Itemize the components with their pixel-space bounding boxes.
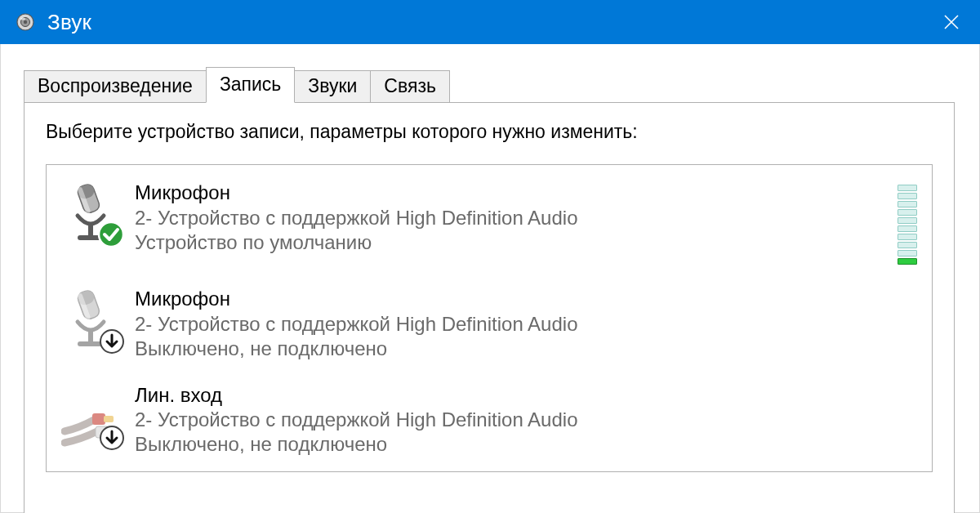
instruction-text: Выберите устройство записи, параметры ко…	[46, 121, 933, 143]
device-name: Лин. вход	[135, 384, 917, 407]
tab-panel-recording: Выберите устройство записи, параметры ко…	[24, 102, 955, 513]
device-text: Микрофон 2- Устройство с поддержкой High…	[120, 181, 898, 255]
device-name: Микрофон	[135, 181, 898, 204]
sound-window: Звук Воспроизведение Запись Звуки Связь …	[0, 0, 980, 513]
level-segment	[898, 242, 917, 248]
tab-communications[interactable]: Связь	[370, 70, 450, 103]
default-check-icon	[97, 221, 125, 248]
device-row[interactable]: Микрофон 2- Устройство с поддержкой High…	[58, 173, 920, 279]
level-segment	[898, 258, 917, 265]
title-bar: Звук	[0, 0, 980, 44]
disabled-down-icon	[99, 425, 125, 451]
line-in-icon	[61, 384, 120, 448]
svg-point-3	[20, 17, 25, 20]
device-row[interactable]: Лин. вход 2- Устройство с поддержкой Hig…	[58, 376, 920, 472]
svg-rect-7	[88, 225, 93, 235]
close-icon	[943, 14, 960, 30]
microphone-icon	[61, 181, 120, 245]
disabled-down-icon	[99, 328, 125, 355]
device-text: Микрофон 2- Устройство с поддержкой High…	[120, 288, 917, 361]
tab-sounds[interactable]: Звуки	[294, 70, 371, 103]
device-text: Лин. вход 2- Устройство с поддержкой Hig…	[120, 384, 917, 457]
svg-point-9	[99, 222, 123, 247]
device-row[interactable]: Микрофон 2- Устройство с поддержкой High…	[58, 279, 920, 376]
level-segment	[898, 193, 917, 199]
device-status: Устройство по умолчанию	[135, 230, 898, 255]
microphone-icon	[61, 288, 120, 351]
device-status: Выключено, не подключено	[135, 432, 917, 457]
tab-playback[interactable]: Воспроизведение	[24, 70, 207, 103]
level-segment	[898, 217, 917, 224]
window-title: Звук	[47, 10, 91, 35]
device-driver: 2- Устройство с поддержкой High Definiti…	[135, 408, 917, 432]
close-button[interactable]	[923, 0, 980, 44]
speaker-icon	[15, 11, 36, 33]
device-driver: 2- Устройство с поддержкой High Definiti…	[135, 206, 898, 230]
tab-strip: Воспроизведение Запись Звуки Связь	[24, 67, 955, 103]
window-body: Воспроизведение Запись Звуки Связь Выбер…	[0, 44, 980, 513]
svg-rect-17	[104, 416, 114, 422]
title-bar-left: Звук	[15, 10, 91, 35]
level-segment	[898, 185, 917, 191]
svg-rect-16	[92, 413, 105, 425]
device-status: Выключено, не подключено	[135, 337, 917, 361]
level-segment	[898, 250, 917, 256]
device-name: Микрофон	[135, 288, 917, 310]
device-list: Микрофон 2- Устройство с поддержкой High…	[46, 164, 933, 472]
svg-point-2	[24, 20, 27, 24]
svg-rect-13	[88, 332, 93, 341]
device-driver: 2- Устройство с поддержкой High Definiti…	[135, 312, 917, 337]
level-segment	[898, 209, 917, 216]
tab-recording[interactable]: Запись	[206, 67, 295, 103]
level-segment	[898, 225, 917, 232]
level-meter	[898, 181, 917, 265]
level-segment	[898, 201, 917, 207]
level-segment	[898, 234, 917, 240]
